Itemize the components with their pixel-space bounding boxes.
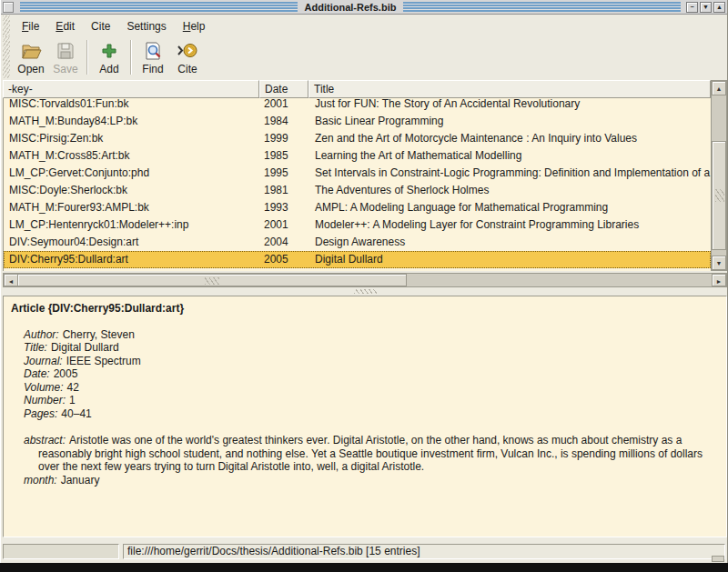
menu-file[interactable]: File <box>14 17 47 35</box>
detail-field: Number:1 <box>24 394 719 407</box>
minimize-button[interactable]: − <box>686 2 698 13</box>
table-row[interactable]: LM_CP:Hentenryck01:Modeler++:inp2001Mode… <box>4 216 711 234</box>
detail-field: Pages:40–41 <box>24 407 719 421</box>
vertical-scrollbar[interactable]: ▲ ▼ <box>711 80 727 271</box>
application-window: Additional-Refs.bib − ▼ ▲ FileEditCiteSe… <box>0 0 728 563</box>
field-value: IEEE Spectrum <box>66 355 141 367</box>
month-label: month: <box>24 474 57 487</box>
cell-date: 1984 <box>260 113 309 130</box>
entry-abstract: abstract:Aristotle was one of the world'… <box>24 434 704 474</box>
menu-settings[interactable]: Settings <box>118 17 174 35</box>
table-row[interactable]: LM_CP:Gervet:Conjunto:phd1995Set Interva… <box>4 165 711 182</box>
cell-title: Learning the Art of Mathematical Modelli… <box>309 147 711 165</box>
cell-title: Zen and the Art of Motorcycle Maintenanc… <box>309 130 711 147</box>
field-label: Journal: <box>24 355 63 367</box>
field-value: 1 <box>69 394 76 406</box>
titlebar-stripe-right <box>403 2 681 12</box>
month-value: January <box>61 474 100 487</box>
open-folder-icon <box>20 40 42 62</box>
table-row[interactable]: MATH_M:Bunday84:LP:bk1984Basic Linear Pr… <box>4 113 711 130</box>
cite-coin-icon <box>177 40 198 62</box>
cell-title: Basic Linear Programming <box>309 113 711 130</box>
menu-help[interactable]: Help <box>175 17 214 35</box>
table-row[interactable]: MATH_M:Fourer93:AMPL:bk1993AMPL: A Model… <box>4 199 711 216</box>
statusbar: file:///home/gerrit/Docs/thesis/Addition… <box>1 541 727 561</box>
maximize-button[interactable]: ▲ <box>713 2 725 13</box>
splitter-grip <box>354 289 378 294</box>
entry-heading: Article {DIV:Cherry95:Dullard:art} <box>11 302 719 316</box>
entry-month: month:January <box>24 474 719 487</box>
find-button[interactable]: Find <box>136 36 170 78</box>
scroll-up-icon[interactable]: ▲ <box>712 81 726 95</box>
field-label: Number: <box>24 394 66 406</box>
cell-date: 2001 <box>260 98 309 113</box>
cell-date: 1981 <box>260 182 309 199</box>
table-row[interactable]: DIV:Cherry95:Dullard:art2005Digital Dull… <box>4 251 711 268</box>
horizontal-scrollbar-thumb[interactable] <box>17 274 407 286</box>
window-title: Additional-Refs.bib <box>301 2 400 13</box>
toolbar: Open Save Add <box>1 36 727 78</box>
vertical-scrollbar-thumb[interactable] <box>712 141 726 250</box>
cell-key: DIV:Seymour04:Design:art <box>4 234 260 251</box>
cell-date: 2001 <box>260 216 309 234</box>
field-label: Volume: <box>24 381 64 394</box>
horizontal-scrollbar[interactable]: ◄ ► <box>3 273 727 287</box>
cell-key: MISC:Doyle:Sherlock:bk <box>4 182 260 199</box>
column-header-title[interactable]: Title <box>308 80 711 98</box>
table-row[interactable]: MISC:Pirsig:Zen:bk1999Zen and the Art of… <box>4 130 711 147</box>
status-file-path: file:///home/gerrit/Docs/thesis/Addition… <box>123 544 725 559</box>
add-plus-icon <box>101 40 117 62</box>
titlebar-stripe-left <box>20 2 298 12</box>
table-body: MISC:Torvalds01:Fun:bk2001Just for FUN: … <box>3 98 711 271</box>
abstract-text: Aristotle was one of the world's greates… <box>38 434 703 473</box>
scroll-thumb-grip <box>715 189 724 202</box>
table-row[interactable]: DIV:Seymour04:Design:art2004Design Aware… <box>4 234 711 251</box>
entry-detail-pane: Article {DIV:Cherry95:Dullard:art} Autho… <box>3 296 727 537</box>
field-label: Pages: <box>24 407 57 420</box>
field-value: 42 <box>67 381 79 394</box>
window-resize-grip[interactable] <box>712 556 724 562</box>
detail-field: Author:Cherry, Steven <box>24 328 719 342</box>
save-floppy-icon <box>56 40 76 62</box>
save-button[interactable]: Save <box>48 36 83 78</box>
detail-field: Volume:42 <box>24 381 719 395</box>
scroll-down-icon[interactable]: ▼ <box>712 256 726 270</box>
field-label: Date: <box>24 367 50 380</box>
scroll-right-icon[interactable]: ► <box>712 274 726 286</box>
column-header-date[interactable]: Date <box>259 80 308 98</box>
toolbar-grip-handle[interactable] <box>3 36 10 78</box>
cell-title: The Adventures of Sherlock Holmes <box>309 182 711 199</box>
open-button[interactable]: Open <box>14 36 48 78</box>
pane-splitter[interactable] <box>1 287 727 296</box>
titlebar[interactable]: Additional-Refs.bib − ▼ ▲ <box>1 0 727 15</box>
table-row[interactable]: MISC:Torvalds01:Fun:bk2001Just for FUN: … <box>4 98 711 113</box>
menubar-grip-handle[interactable] <box>3 15 10 36</box>
scroll-left-icon[interactable]: ◄ <box>4 274 18 286</box>
toolbar-separator <box>86 40 88 75</box>
table-row[interactable]: MISC:Doyle:Sherlock:bk1981The Adventures… <box>4 182 711 199</box>
list-header: -key- Date Title <box>3 80 711 98</box>
detail-field: Title:Digital Dullard <box>24 341 719 355</box>
cell-key: MATH_M:Cross85:Art:bk <box>4 147 260 165</box>
menu-cite[interactable]: Cite <box>83 17 118 35</box>
cell-date: 2004 <box>260 234 309 251</box>
cell-date: 1995 <box>260 165 309 182</box>
cell-key: MATH_M:Bunday84:LP:bk <box>4 113 260 130</box>
cell-title: Just for FUN: The Story of An Accidental… <box>309 98 711 113</box>
field-label: Author: <box>24 328 59 341</box>
abstract-label: abstract: <box>24 434 66 447</box>
desktop-background <box>0 563 728 572</box>
menu-edit[interactable]: Edit <box>47 17 83 35</box>
add-button[interactable]: Add <box>92 36 126 78</box>
status-progress-area <box>3 544 119 559</box>
shade-button[interactable]: ▼ <box>700 2 712 13</box>
table-row[interactable]: MATH_M:Cross85:Art:bk1985Learning the Ar… <box>4 147 711 165</box>
cell-key: LM_CP:Gervet:Conjunto:phd <box>4 165 260 182</box>
scroll-thumb-grip <box>205 277 219 285</box>
open-button-label: Open <box>17 63 44 75</box>
cite-button[interactable]: Cite <box>170 36 205 78</box>
window-menu-button[interactable] <box>3 2 14 13</box>
column-header-key[interactable]: -key- <box>3 80 259 98</box>
menubar: FileEditCiteSettingsHelp <box>1 15 727 36</box>
cell-title: Modeler++: A Modeling Layer for Constrai… <box>309 216 711 234</box>
